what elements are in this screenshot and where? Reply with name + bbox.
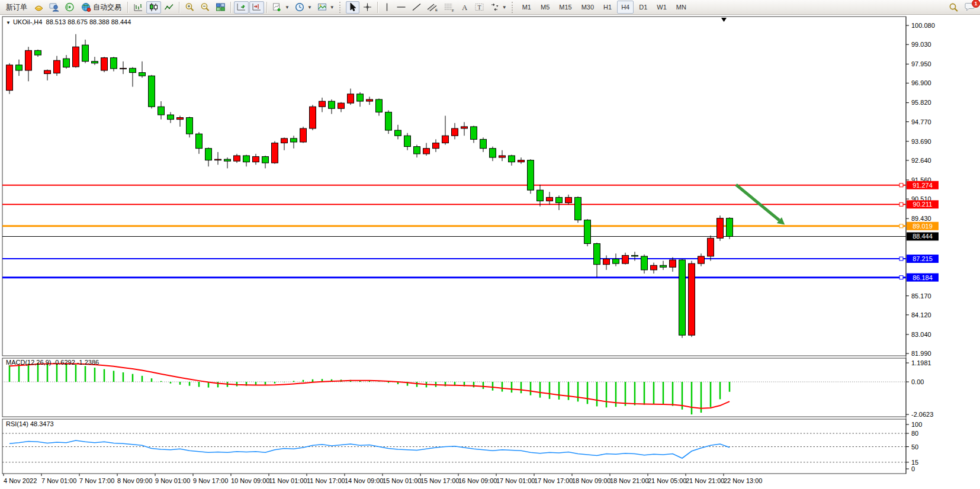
search-button[interactable] [946, 1, 961, 14]
candle-bearish [414, 147, 420, 154]
timeframe-button-D1[interactable]: D1 [635, 1, 651, 14]
candle-bullish [717, 218, 724, 239]
add-indicator-button[interactable]: ▼ [270, 1, 292, 14]
toolbar-separator [230, 2, 232, 13]
price-tick-label: 95.820 [911, 99, 931, 106]
toolbar-drag-handle[interactable] [339, 2, 343, 13]
price-level-badge-label: 87.215 [912, 255, 933, 262]
arrows-tool-icon [490, 2, 500, 12]
channel-icon: E [427, 2, 438, 12]
candlestick-icon [149, 2, 159, 12]
price-tick-label: 97.950 [911, 60, 931, 67]
horizontal-line-button[interactable] [394, 1, 409, 14]
candle-bearish [224, 159, 231, 161]
timeframe-button-W1[interactable]: W1 [653, 1, 671, 14]
chevron-down-icon: ▼ [330, 5, 335, 10]
toolbar-separator [179, 2, 180, 13]
crosshair-icon [362, 2, 372, 12]
toolbar-separator [377, 2, 378, 13]
candle-bearish [594, 243, 600, 264]
clock-icon [295, 2, 305, 12]
price-tick-label: 93.690 [911, 138, 931, 145]
rsi-tick-label: 80 [911, 430, 918, 437]
period-clock-button[interactable]: ▼ [293, 1, 314, 14]
toolbar-separator [127, 2, 128, 13]
candle-bearish [480, 139, 487, 148]
text-button[interactable]: A [458, 1, 471, 14]
gold-ingot-button[interactable] [31, 1, 46, 14]
broadcast-button[interactable] [62, 1, 77, 14]
candle-bearish [537, 190, 544, 201]
toolbar-drag-handle[interactable] [512, 2, 516, 13]
chart-shift-button[interactable] [249, 1, 264, 14]
timeframe-button-H1[interactable]: H1 [599, 1, 616, 14]
candle-bullish [281, 139, 288, 143]
auto-scroll-icon [236, 2, 246, 12]
candle-bearish [329, 101, 335, 108]
globe-icon [81, 2, 91, 12]
zoom-in-button[interactable] [182, 1, 197, 14]
new-order-button[interactable]: 新订单 [2, 1, 31, 14]
tile-windows-button[interactable] [213, 1, 228, 14]
autotrade-button[interactable]: 自动交易 [78, 1, 125, 14]
price-level-badge-label: 86.184 [912, 274, 933, 281]
auto-scroll-button[interactable] [234, 1, 249, 14]
crosshair-button[interactable] [360, 1, 375, 14]
fibonacci-button[interactable]: F [441, 1, 457, 14]
terminal-user-icon [49, 2, 59, 12]
cursor-button[interactable] [346, 1, 359, 14]
channel-button[interactable]: E [425, 1, 441, 14]
timeframe-group: M1M5M15M30H1H4D1W1MN [518, 1, 690, 14]
candle-bearish [243, 156, 250, 162]
date-tick-label: 4 Nov 2022 [4, 477, 37, 484]
candle-bullish [300, 128, 307, 142]
timeframe-button-M15[interactable]: M15 [555, 1, 576, 14]
terminal-user-button[interactable] [47, 1, 62, 14]
chat-button[interactable]: 1 [962, 1, 978, 14]
price-tick-label: 89.430 [911, 215, 931, 222]
chevron-down-icon: ▼ [307, 5, 312, 10]
level-endpoint-marker [899, 257, 903, 260]
price-tick-label: 83.040 [911, 331, 931, 338]
candle-bearish [679, 260, 686, 335]
date-tick-label: 17 Nov 01:00 [496, 477, 535, 484]
date-tick-label: 10 Nov 09:00 [231, 477, 269, 484]
vertical-line-button[interactable] [381, 1, 393, 14]
candle-bullish [433, 143, 439, 148]
chart-canvas[interactable]: 100.08099.03097.95096.90095.82094.77093.… [0, 0, 980, 489]
date-tick-label: 9 Nov 17:00 [193, 477, 228, 484]
candle-bearish [196, 134, 203, 149]
date-tick-label: 11 Nov 17:00 [307, 477, 345, 484]
candle-bearish [632, 255, 638, 256]
timeframe-button-M30[interactable]: M30 [577, 1, 598, 14]
arrows-tool-button[interactable]: ▼ [487, 1, 509, 14]
price-panel [2, 17, 906, 356]
candlestick-chart-button[interactable] [146, 1, 161, 14]
trendline-button[interactable] [409, 1, 424, 14]
main-toolbar: 新订单 自动交易 ▼ ▼ ▼ E F A T ▼ M1M5M15M30H1H4D… [0, 0, 980, 15]
candle-bullish [348, 94, 354, 103]
timeframe-button-M5[interactable]: M5 [536, 1, 554, 14]
candle-bearish [111, 58, 117, 69]
timeframe-button-MN[interactable]: MN [672, 1, 690, 14]
date-tick-label: 15 Nov 01:00 [383, 477, 421, 484]
autotrade-label: 自动交易 [93, 2, 121, 12]
template-button[interactable]: ▼ [315, 1, 337, 14]
label-button[interactable]: T [472, 1, 487, 14]
date-tick-label: 15 Nov 17:00 [420, 477, 459, 484]
candle-bullish [101, 58, 108, 70]
rsi-tick-label: 100 [911, 421, 922, 428]
candle-bullish [44, 70, 51, 74]
date-tick-label: 16 Nov 09:00 [458, 477, 497, 484]
line-chart-button[interactable] [162, 1, 176, 14]
timeframe-button-H4[interactable]: H4 [617, 1, 634, 14]
bar-chart-button[interactable] [131, 1, 146, 14]
candle-bullish [461, 127, 468, 128]
candle-bearish [158, 107, 165, 115]
timeframe-button-M1[interactable]: M1 [518, 1, 535, 14]
candle-bullish [698, 256, 705, 263]
zoom-out-button[interactable] [198, 1, 213, 14]
vertical-line-icon [383, 2, 391, 12]
rsi-tick-label: 15 [911, 459, 918, 466]
template-icon [317, 2, 327, 12]
